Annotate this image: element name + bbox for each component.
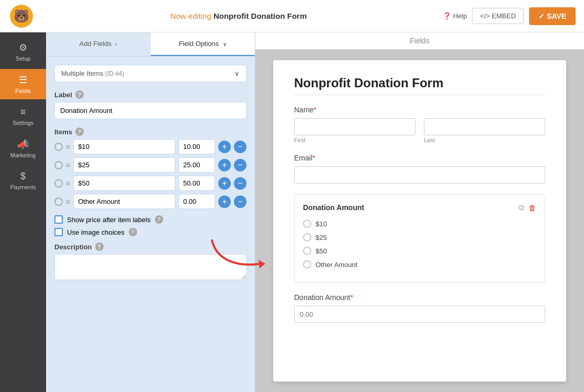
label-help-icon[interactable]: ?: [75, 90, 84, 99]
use-image-checkbox[interactable]: [54, 228, 63, 236]
item-label-input-3[interactable]: [73, 176, 175, 191]
use-image-row: Use image choices ?: [54, 228, 246, 236]
items-help-icon[interactable]: ?: [75, 128, 84, 136]
section-icons: ⧉ 🗑: [519, 203, 536, 212]
delete-section-button[interactable]: 🗑: [529, 203, 536, 212]
settings-icon: ≡: [20, 107, 26, 118]
donation-option-4: Other Amount: [303, 260, 536, 269]
topbar-actions: ❓ Help </> EMBED ✓ SAVE: [443, 7, 576, 25]
show-price-help-icon[interactable]: ?: [155, 215, 163, 224]
panel: Add Fields › Field Options ∨ Multiple It…: [46, 32, 255, 392]
radio-3[interactable]: [303, 247, 311, 255]
name-label: Name*: [294, 106, 545, 114]
item-row: ≡ + −: [54, 176, 246, 191]
email-label: Email*: [294, 154, 545, 162]
last-name-field: Last: [424, 118, 545, 143]
email-input[interactable]: [294, 166, 545, 183]
panel-tabs: Add Fields › Field Options ∨: [46, 32, 255, 56]
radio-1[interactable]: [303, 220, 311, 228]
field-id: (ID #4): [105, 70, 125, 77]
item-radio-4[interactable]: [54, 198, 63, 206]
sidebar-label-marketing: Marketing: [10, 152, 36, 158]
remove-item-button-2[interactable]: −: [234, 159, 246, 171]
sidebar-item-setup[interactable]: ⚙ Setup: [0, 37, 46, 67]
gear-icon: ⚙: [19, 42, 27, 53]
donation-section-title: Donation Amount: [303, 203, 364, 212]
sidebar-label-payments: Payments: [10, 184, 36, 190]
preview-container: Fields Nonprofit Donation Form Name* Fir…: [255, 32, 584, 392]
item-label-input-2[interactable]: [73, 157, 175, 172]
help-icon: ❓: [443, 12, 451, 20]
first-name-input[interactable]: [294, 118, 415, 135]
show-price-label: Show price after item labels: [67, 216, 151, 224]
copy-section-button[interactable]: ⧉: [519, 203, 524, 212]
embed-button[interactable]: </> EMBED: [472, 8, 524, 24]
add-item-button-2[interactable]: +: [218, 159, 231, 171]
show-price-row: Show price after item labels ?: [54, 215, 246, 224]
drag-handle-icon[interactable]: ≡: [66, 143, 70, 151]
item-label-input-1[interactable]: [73, 139, 175, 154]
sidebar-label-setup: Setup: [16, 55, 31, 62]
label-input[interactable]: [54, 102, 246, 119]
radio-label-2: $25: [316, 234, 327, 241]
add-item-button-1[interactable]: +: [218, 141, 231, 153]
item-price-input-3[interactable]: [178, 176, 215, 191]
sidebar-item-fields[interactable]: ☰ Fields: [0, 69, 46, 99]
item-radio-1[interactable]: [54, 143, 63, 151]
use-image-label: Use image choices: [67, 228, 125, 236]
sidebar-item-payments[interactable]: $ Payments: [0, 166, 46, 195]
sidebar-label-fields: Fields: [15, 88, 30, 94]
item-row: ≡ + −: [54, 194, 246, 209]
tab-add-fields[interactable]: Add Fields ›: [46, 32, 151, 56]
drag-handle-icon[interactable]: ≡: [66, 198, 70, 206]
field-selector-name: Multiple Items (ID #4): [61, 70, 125, 77]
items-section: Items ? ≡ + − ≡ +: [54, 128, 246, 209]
radio-4[interactable]: [303, 260, 311, 269]
remove-item-button-3[interactable]: −: [234, 177, 246, 190]
item-price-input-1[interactable]: [178, 139, 215, 154]
field-selector[interactable]: Multiple Items (ID #4) ∨: [54, 65, 246, 82]
description-label: Description ?: [54, 243, 246, 251]
fields-bar: Fields: [255, 32, 584, 50]
donation-amount-group: Donation Amount*: [294, 293, 545, 323]
item-radio-3[interactable]: [54, 179, 63, 188]
last-sublabel: Last: [424, 137, 545, 143]
preview-area: Nonprofit Donation Form Name* First: [255, 50, 584, 392]
donation-amount-input[interactable]: [294, 306, 545, 323]
add-item-button-4[interactable]: +: [218, 195, 231, 208]
description-help-icon[interactable]: ?: [95, 243, 104, 251]
first-sublabel: First: [294, 137, 415, 143]
donation-option-2: $25: [303, 233, 536, 241]
radio-label-3: $50: [316, 247, 327, 255]
chevron-right-icon: ›: [116, 41, 117, 47]
sidebar-item-marketing[interactable]: 📣 Marketing: [0, 133, 46, 164]
sidebar-item-settings[interactable]: ≡ Settings: [0, 101, 46, 131]
description-textarea[interactable]: [54, 254, 246, 280]
name-required: *: [313, 106, 316, 114]
item-price-input-2[interactable]: [178, 157, 215, 172]
radio-2[interactable]: [303, 233, 311, 241]
drag-handle-icon[interactable]: ≡: [66, 179, 70, 188]
chevron-down-icon: ∨: [223, 41, 227, 47]
add-item-button-3[interactable]: +: [218, 177, 231, 190]
help-button[interactable]: ❓ Help: [443, 12, 467, 20]
radio-label-1: $10: [316, 220, 327, 228]
drag-handle-icon[interactable]: ≡: [66, 161, 70, 169]
item-label-input-4[interactable]: [73, 194, 175, 209]
item-radio-2[interactable]: [54, 161, 63, 169]
remove-item-button-4[interactable]: −: [234, 195, 246, 208]
chevron-down-icon: ∨: [234, 70, 240, 77]
item-row: ≡ + −: [54, 157, 246, 172]
last-name-input[interactable]: [424, 118, 545, 135]
use-image-help-icon[interactable]: ?: [129, 228, 137, 236]
main-layout: ⚙ Setup ☰ Fields ≡ Settings 📣 Marketing …: [0, 32, 584, 392]
remove-item-button-1[interactable]: −: [234, 141, 246, 153]
item-row: ≡ + −: [54, 139, 246, 154]
save-button[interactable]: ✓ SAVE: [529, 7, 576, 25]
show-price-checkbox[interactable]: [54, 215, 63, 224]
tab-field-options[interactable]: Field Options ∨: [151, 32, 255, 56]
form-title: Nonprofit Donation Form: [294, 76, 545, 90]
sidebar-label-settings: Settings: [13, 120, 33, 126]
item-price-input-4[interactable]: [178, 194, 215, 209]
first-name-field: First: [294, 118, 415, 143]
